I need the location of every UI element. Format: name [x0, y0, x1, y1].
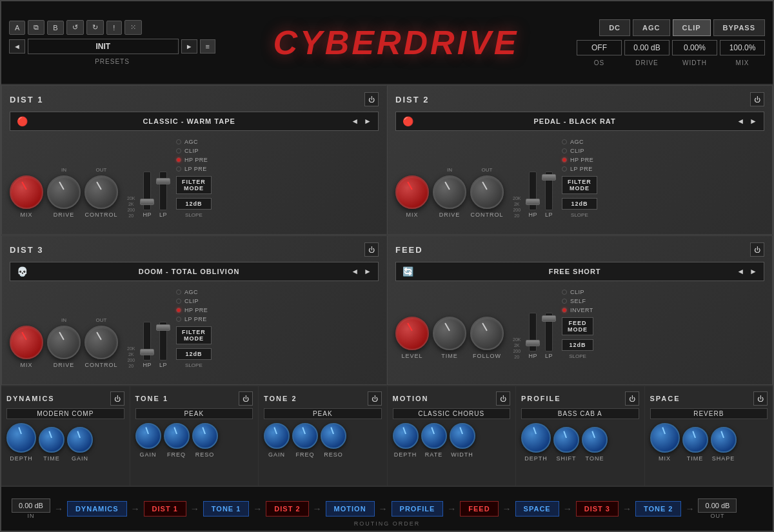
profile-depth-knob[interactable] [521, 423, 551, 453]
dist2-filter-mode-box[interactable]: FILTERMODE [562, 176, 597, 194]
dist3-prev-button[interactable]: ◄ [350, 267, 360, 276]
feed-prev-button[interactable]: ◄ [735, 267, 746, 276]
feed-lp-thumb[interactable] [542, 315, 556, 322]
motion-preset[interactable]: CLASSIC CHORUS [393, 408, 511, 419]
preset-copy-button[interactable]: ⧉ [28, 20, 45, 35]
tone1-reso-knob[interactable] [192, 423, 218, 449]
routing-item-dist1[interactable]: DIST 1 [144, 501, 186, 517]
dynamics-preset[interactable]: MODERN COMP [6, 408, 124, 419]
space-preset[interactable]: REVERB [650, 408, 768, 419]
tone2-power-button[interactable]: ⏻ [368, 391, 382, 406]
space-mix-knob[interactable] [650, 423, 680, 453]
tone1-power-button[interactable]: ⏻ [239, 391, 253, 406]
dynamics-power-button[interactable]: ⏻ [110, 391, 124, 406]
feed-level-knob[interactable] [395, 317, 429, 350]
dist3-hp-thumb[interactable] [140, 349, 154, 355]
preset-next-button[interactable]: ► [181, 39, 197, 54]
profile-tone-knob[interactable] [582, 427, 608, 453]
space-shape-knob[interactable] [711, 427, 737, 453]
dist3-filter-mode-box[interactable]: FILTERMODE [176, 326, 212, 344]
preset-undo-button[interactable]: ↺ [66, 20, 84, 35]
routing-item-tone1[interactable]: TONE 1 [203, 501, 250, 517]
motion-rate-knob[interactable] [421, 423, 447, 449]
bypass-button[interactable]: BYPASS [713, 19, 765, 36]
profile-preset[interactable]: BASS CAB A [521, 408, 639, 419]
feed-follow-knob[interactable] [470, 317, 504, 350]
tone2-gain-knob[interactable] [264, 423, 290, 449]
space-power-button[interactable]: ⏻ [753, 391, 768, 406]
dist2-next-button[interactable]: ► [748, 117, 759, 126]
dist3-power-button[interactable]: ⏻ [364, 242, 379, 257]
tone1-gain-knob[interactable] [135, 423, 161, 449]
dynamics-time-knob[interactable] [39, 427, 64, 453]
preset-redo-button[interactable]: ↻ [86, 20, 104, 35]
preset-alert-button[interactable]: ! [106, 21, 122, 35]
dist1-hp-thumb[interactable] [140, 199, 154, 205]
dist2-power-button[interactable]: ⏻ [750, 92, 764, 106]
routing-item-motion[interactable]: MOTION [326, 501, 375, 517]
dynamics-depth-knob[interactable] [6, 423, 36, 453]
routing-item-profile[interactable]: PROFILE [392, 501, 444, 517]
feed-slope-box[interactable]: 12dB [562, 339, 593, 351]
tone1-freq-knob[interactable] [164, 423, 190, 449]
dist3-mix-knob[interactable] [10, 326, 43, 359]
dist2-mix-knob[interactable] [395, 175, 429, 209]
feed-mode-box[interactable]: FEEDMODE [562, 317, 593, 335]
dist1-slope-box[interactable]: 12dB [176, 198, 212, 210]
routing-item-feed[interactable]: FEED [460, 501, 498, 517]
dist1-lp-thumb[interactable] [156, 178, 170, 184]
dist2-hp-thumb[interactable] [526, 199, 540, 205]
dynamics-gain-knob[interactable] [67, 427, 93, 453]
routing-item-dist2[interactable]: DIST 2 [266, 501, 308, 517]
dist2-prev-button[interactable]: ◄ [735, 117, 746, 126]
profile-shift-knob[interactable] [553, 427, 579, 453]
tone2-preset[interactable]: PEAK [264, 408, 382, 419]
agc-button[interactable]: AGC [633, 19, 670, 36]
preset-dots-button[interactable]: ⁙ [124, 20, 142, 35]
dist3-lp-thumb[interactable] [156, 324, 170, 331]
dist1-mix-knob[interactable] [10, 175, 43, 209]
preset-b-button[interactable]: B [47, 21, 63, 35]
motion-depth-knob[interactable] [393, 423, 419, 449]
dist3-next-button[interactable]: ► [362, 267, 373, 276]
routing-item-space[interactable]: SPACE [515, 501, 559, 517]
dist3-slope-box[interactable]: 12dB [176, 348, 212, 360]
feed-time-knob[interactable] [433, 317, 466, 350]
dist3-drive-knob[interactable] [47, 326, 81, 359]
routing-item-dynamics[interactable]: DYNAMICS [67, 501, 127, 517]
os-value[interactable]: OFF [577, 40, 622, 55]
routing-item-dist3[interactable]: DIST 3 [576, 501, 619, 517]
tone1-preset[interactable]: PEAK [135, 408, 253, 419]
dist3-control-knob[interactable] [84, 326, 118, 359]
profile-power-button[interactable]: ⏻ [625, 391, 639, 406]
dist1-filter-mode-box[interactable]: FILTERMODE [176, 176, 212, 194]
dist1-next-button[interactable]: ► [362, 117, 373, 126]
tone2-freq-knob[interactable] [292, 423, 318, 449]
space-time-knob[interactable] [682, 427, 708, 453]
preset-a-button[interactable]: A [9, 21, 25, 35]
feed-power-button[interactable]: ⏻ [750, 242, 764, 257]
dist1-prev-button[interactable]: ◄ [350, 117, 360, 126]
motion-power-button[interactable]: ⏻ [496, 391, 510, 406]
feed-next-button[interactable]: ► [748, 267, 759, 276]
width-value[interactable]: 0.00% [672, 40, 717, 55]
routing-out-value[interactable]: 0.00 dB [698, 498, 737, 513]
dist1-power-button[interactable]: ⏻ [364, 92, 379, 106]
routing-in-value[interactable]: 0.00 dB [12, 498, 50, 513]
dc-button[interactable]: DC [599, 19, 630, 36]
dist2-control-knob[interactable] [470, 175, 504, 209]
tone2-reso-knob[interactable] [321, 423, 346, 449]
dist2-drive-knob[interactable] [433, 175, 466, 209]
preset-menu-button[interactable]: ≡ [200, 39, 215, 54]
routing-item-tone2[interactable]: TONE 2 [635, 501, 682, 517]
dist1-control-knob[interactable] [84, 175, 118, 209]
mix-value[interactable]: 100.0% [720, 40, 765, 55]
drive-value[interactable]: 0.00 dB [624, 40, 670, 55]
motion-width-knob[interactable] [450, 423, 475, 449]
dist2-lp-thumb[interactable] [542, 174, 556, 181]
dist1-drive-knob[interactable] [47, 175, 81, 209]
dist2-slope-box[interactable]: 12dB [562, 198, 597, 210]
clip-button[interactable]: CLIP [673, 19, 711, 36]
feed-hp-thumb[interactable] [526, 340, 540, 346]
preset-prev-button[interactable]: ◄ [9, 39, 25, 54]
